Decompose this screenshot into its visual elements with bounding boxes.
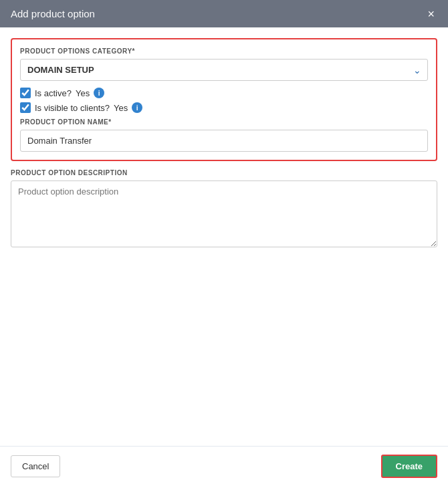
is-visible-checkbox[interactable] (20, 102, 31, 113)
modal-header: Add product option × (0, 0, 448, 27)
modal-title: Add product option (11, 8, 95, 19)
required-fields-section: PRODUCT OPTIONS CATEGORY* DOMAIN SETUPHO… (11, 38, 437, 161)
create-button[interactable]: Create (381, 455, 437, 478)
add-product-option-modal: Add product option × PRODUCT OPTIONS CAT… (0, 0, 448, 486)
is-active-checkbox[interactable] (20, 88, 31, 98)
category-select-wrapper: DOMAIN SETUPHOSTING SETUPEMAIL SETUP ⌄ (20, 59, 428, 81)
is-visible-value: Yes (114, 103, 128, 113)
is-active-info-icon[interactable]: i (94, 88, 104, 98)
option-name-label: PRODUCT OPTION NAME* (20, 118, 428, 126)
category-label: PRODUCT OPTIONS CATEGORY* (20, 47, 428, 55)
is-active-row: Is active? Yes i (20, 88, 428, 98)
option-name-input[interactable] (20, 130, 428, 152)
is-active-value: Yes (76, 88, 90, 98)
close-button[interactable]: × (425, 7, 437, 21)
description-section: PRODUCT OPTION DESCRIPTION (11, 169, 437, 250)
is-visible-info-icon[interactable]: i (132, 102, 142, 113)
description-textarea[interactable] (11, 180, 437, 247)
is-visible-label: Is visible to clients? (35, 103, 110, 113)
description-label: PRODUCT OPTION DESCRIPTION (11, 169, 437, 176)
modal-body: PRODUCT OPTIONS CATEGORY* DOMAIN SETUPHO… (0, 27, 448, 446)
is-active-label: Is active? (35, 88, 72, 98)
cancel-button[interactable]: Cancel (11, 455, 60, 477)
category-select[interactable]: DOMAIN SETUPHOSTING SETUPEMAIL SETUP (20, 59, 428, 81)
is-visible-row: Is visible to clients? Yes i (20, 102, 428, 113)
modal-footer: Cancel Create (0, 446, 448, 486)
